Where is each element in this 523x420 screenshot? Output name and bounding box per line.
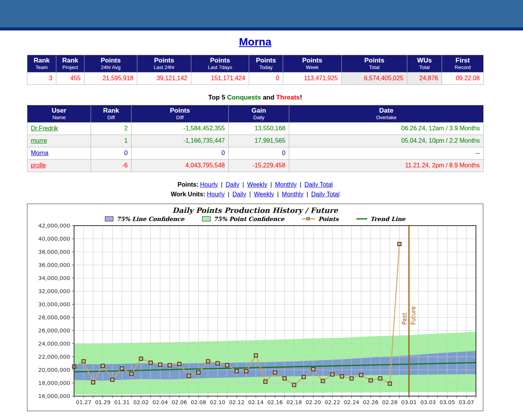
svg-text:28,000,000: 28,000,000	[38, 314, 70, 320]
work-units-links-label: Work Units:	[171, 189, 205, 199]
svg-text:30,000,000: 30,000,000	[38, 301, 70, 307]
stat-rank-team: 3	[27, 72, 56, 84]
col-points-diff: PointsDiff	[132, 105, 229, 122]
col-rank-project: RankProject	[56, 55, 84, 73]
col-first-record: FirstRecord	[442, 55, 484, 73]
svg-text:20,000,000: 20,000,000	[38, 367, 70, 373]
wu-daily-total-link[interactable]: Daily Total	[311, 189, 340, 199]
svg-text:02.10: 02.10	[210, 399, 225, 405]
banner-blue-band	[0, 0, 523, 27]
legend-trend-line: Trend Line	[356, 216, 405, 223]
legend-line-confidence: 75% Line Confidence	[105, 216, 184, 223]
svg-text:22,000,000: 22,000,000	[38, 354, 70, 360]
banner-navy-stripe	[0, 27, 523, 30]
col-rank-diff: RankDiff	[91, 105, 132, 122]
svg-text:02.06: 02.06	[172, 399, 187, 405]
svg-text:01.29: 01.29	[95, 399, 110, 405]
rank-diff-cell: 1	[91, 135, 132, 147]
date-overtake-cell: 11.21.24, 2pm / 8.9 Months	[289, 159, 484, 172]
col-gain-daily: GainDaily	[229, 105, 289, 122]
svg-text:02.20: 02.20	[305, 399, 321, 405]
user-link[interactable]: murre	[31, 137, 47, 144]
conquest-row: Dr.Fredrik 2 -1,584,452,355 13,550,168 0…	[27, 122, 484, 135]
col-points-today: PointsToday	[249, 55, 283, 73]
point-confidence-swatch-icon	[202, 216, 211, 221]
gain-daily-cell: -15,229,458	[229, 159, 289, 172]
gain-daily-cell: 13,550,168	[229, 122, 289, 135]
col-rank-team: RankTeam	[27, 55, 56, 73]
svg-text:Past: Past	[401, 313, 408, 325]
col-points-total: PointsTotal	[342, 55, 407, 73]
gain-daily-cell: 17,991,565	[229, 135, 289, 147]
stat-points-last-7days: 151,171,424	[191, 72, 249, 84]
header-banner	[0, 0, 523, 30]
svg-text:03.05: 03.05	[440, 399, 455, 405]
points-weekly-link[interactable]: Weekly	[247, 180, 267, 189]
trend-line-icon	[356, 218, 367, 219]
points-links-label: Points:	[177, 180, 198, 189]
user-cell: Dr.Fredrik	[27, 122, 91, 135]
svg-text:02.12: 02.12	[229, 399, 245, 405]
col-date-overtake: DateOvertake	[289, 105, 484, 122]
conquests-table: UserName RankDiff PointsDiff GainDaily D…	[27, 105, 484, 172]
points-diff-cell: 0	[132, 147, 229, 159]
user-link[interactable]: Dr.Fredrik	[31, 125, 58, 132]
user-name-link[interactable]: Morna	[239, 36, 272, 48]
points-diff-cell: 4,043,795,548	[132, 159, 229, 172]
svg-text:02.26: 02.26	[363, 399, 378, 405]
wu-weekly-link[interactable]: Weekly	[254, 189, 274, 199]
wu-monthly-link[interactable]: Monthly	[282, 189, 304, 199]
svg-text:01.27: 01.27	[76, 399, 91, 405]
stats-table: RankTeam RankProject Points24hr Avg Poin…	[27, 55, 484, 85]
svg-text:03.07: 03.07	[459, 399, 474, 405]
wu-hourly-link[interactable]: Hourly	[207, 189, 224, 199]
svg-text:34,000,000: 34,000,000	[38, 275, 70, 281]
svg-text:02.04: 02.04	[152, 399, 168, 405]
svg-text:42,000,000: 42,000,000	[38, 223, 70, 229]
chart-plot: 16,000,00018,000,00020,000,00022,000,000…	[27, 223, 482, 408]
legend-points: Points	[302, 216, 339, 223]
stat-points-total: 6,574,405,025	[342, 72, 407, 84]
col-points-last-7days: PointsLast 7days	[191, 55, 249, 73]
rank-diff-cell: -6	[91, 159, 132, 172]
svg-text:02.22: 02.22	[325, 399, 340, 405]
line-confidence-swatch-icon	[105, 216, 113, 221]
col-wus-total: WUsTotal	[407, 55, 442, 73]
points-diff-cell: -1,584,452,355	[132, 122, 229, 135]
col-points-week: PointsWeek	[283, 55, 342, 73]
stat-points-last-24hr: 39,121,142	[137, 72, 191, 84]
user-cell: murre	[27, 135, 91, 147]
svg-text:Future: Future	[410, 306, 417, 325]
points-hourly-link[interactable]: Hourly	[200, 180, 218, 189]
points-daily-link[interactable]: Daily	[226, 180, 240, 189]
svg-text:16,000,000: 16,000,000	[38, 393, 70, 399]
svg-text:02.28: 02.28	[382, 399, 398, 405]
points-monthly-link[interactable]: Monthly	[275, 180, 297, 189]
page-title: Morna	[27, 36, 483, 48]
user-cell: Morna	[27, 147, 91, 159]
col-points-24hr-avg: Points24hr Avg	[84, 55, 137, 73]
stat-rank-project: 455	[56, 72, 84, 84]
user-link[interactable]: prolle	[31, 162, 46, 169]
conquests-heading: Top 5 Conquests and Threats!	[27, 94, 483, 101]
svg-text:02.14: 02.14	[248, 399, 263, 405]
svg-text:02.24: 02.24	[344, 399, 359, 405]
conquest-row: murre 1 -1,166,735,447 17,991,565 05.04.…	[27, 135, 484, 147]
points-diff-cell: -1,166,735,447	[132, 135, 229, 147]
svg-text:01.31: 01.31	[114, 399, 130, 405]
legend-point-confidence: 75% Point Confidence	[202, 216, 284, 223]
wu-daily-link[interactable]: Daily	[233, 189, 246, 199]
points-daily-total-link[interactable]: Daily Total	[304, 180, 333, 189]
user-link[interactable]: Morna	[31, 150, 48, 156]
stats-value-row: 3 455 21,595,918 39,121,142 151,171,424 …	[27, 72, 484, 84]
svg-text:02.18: 02.18	[287, 399, 302, 405]
date-overtake-cell: 06.26.24, 12am / 3.9 Months	[289, 122, 484, 135]
svg-text:02.16: 02.16	[267, 399, 283, 405]
stat-points-week: 113,471,925	[283, 72, 342, 84]
history-links: Points: Hourly| Daily| Weekly| Monthly| …	[27, 180, 483, 199]
rank-diff-cell: 2	[91, 122, 132, 135]
svg-text:03.03: 03.03	[420, 399, 436, 405]
stats-header-row: RankTeam RankProject Points24hr Avg Poin…	[27, 55, 484, 73]
svg-text:02.08: 02.08	[191, 399, 206, 405]
svg-text:26,000,000: 26,000,000	[38, 327, 70, 334]
